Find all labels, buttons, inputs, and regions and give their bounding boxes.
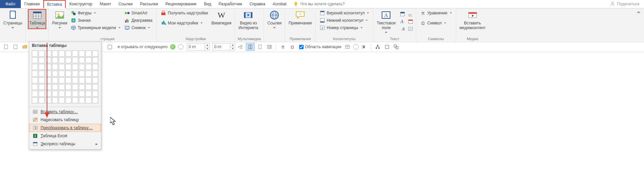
grid-cell[interactable] <box>72 64 78 70</box>
grid-cell[interactable] <box>72 71 78 77</box>
grid-cell[interactable] <box>92 51 98 57</box>
grid-cell[interactable] <box>79 77 85 83</box>
grid-cell[interactable] <box>45 71 51 77</box>
menu-excel-table[interactable]: X Таблица Excel <box>29 132 101 140</box>
grid-cell[interactable] <box>45 51 51 57</box>
chart-button[interactable]: Диаграмма <box>122 17 154 24</box>
grid-cell[interactable] <box>39 71 45 77</box>
grid-cell[interactable] <box>65 77 71 83</box>
grid-cell[interactable] <box>72 77 78 83</box>
grid-cell[interactable] <box>32 71 38 77</box>
grid-cell[interactable] <box>65 64 71 70</box>
dropcap-button[interactable]: A <box>398 25 407 32</box>
grid-cell[interactable] <box>65 91 71 97</box>
qat-wrap-button[interactable] <box>360 43 368 51</box>
grid-cell[interactable] <box>52 57 58 63</box>
quickparts-button[interactable] <box>398 10 407 18</box>
grid-cell[interactable] <box>45 91 51 97</box>
navigation-pane-input[interactable] <box>299 45 304 49</box>
embed-button[interactable]: Вставить медиаконтент <box>458 9 487 30</box>
tab-acrobat[interactable]: Acrobat <box>269 0 290 8</box>
grid-cell[interactable] <box>79 51 85 57</box>
grid-cell[interactable] <box>59 71 65 77</box>
tab-help[interactable]: Справка <box>246 0 269 8</box>
grid-cell[interactable] <box>59 57 65 63</box>
table-button[interactable]: Таблица <box>28 9 46 29</box>
pictures-button[interactable]: Рисунки <box>51 9 68 28</box>
grid-cell[interactable] <box>79 97 85 103</box>
pagenumber-button[interactable]: # Номер страницы <box>318 24 371 31</box>
3dmodels-button[interactable]: Трехмерные модели <box>69 24 122 31</box>
qat-circle-button[interactable] <box>353 44 359 50</box>
online-video-button[interactable]: Видео из Интернета <box>237 9 260 30</box>
qat-new2-button[interactable] <box>11 43 19 51</box>
qat-shape-button[interactable] <box>383 43 391 51</box>
navigation-pane-checkbox[interactable]: Область навигации <box>298 45 342 49</box>
grid-cell[interactable] <box>79 91 85 97</box>
grid-cell[interactable] <box>79 71 85 77</box>
grid-cell[interactable] <box>72 84 78 90</box>
spacing-after-spinner[interactable]: ▲▼ <box>212 43 235 51</box>
keep-with-next-input[interactable] <box>108 45 112 49</box>
collapse-ribbon-button[interactable] <box>636 10 641 15</box>
share-button[interactable]: Поделиться <box>605 0 644 8</box>
grid-cell[interactable] <box>39 97 45 103</box>
grid-cell[interactable] <box>32 57 38 63</box>
grid-cell[interactable] <box>65 97 71 103</box>
grid-cell[interactable] <box>86 64 92 70</box>
links-button[interactable]: Ссылки <box>266 9 283 28</box>
spin-down[interactable]: ▼ <box>230 47 235 51</box>
grid-cell[interactable] <box>92 57 98 63</box>
tab-review[interactable]: Рецензирование <box>162 0 200 8</box>
grid-cell[interactable] <box>45 77 51 83</box>
tab-insert[interactable]: Вставка <box>43 0 66 8</box>
qat-equation-button[interactable]: π <box>279 43 287 51</box>
grid-cell[interactable] <box>52 91 58 97</box>
qat-org-button[interactable] <box>374 43 382 51</box>
icons-button[interactable]: ✶ Значки <box>69 17 122 24</box>
qat-table-button[interactable] <box>344 43 352 51</box>
grid-cell[interactable] <box>39 57 45 63</box>
grid-cell[interactable] <box>92 71 98 77</box>
my-addins-button[interactable]: Мои надстройки <box>159 20 210 26</box>
grid-cell[interactable] <box>52 71 58 77</box>
grid-cell[interactable] <box>86 91 92 97</box>
keep-with-next-checkbox[interactable]: Не отрывать от следующего <box>106 45 169 49</box>
grid-cell[interactable] <box>79 57 85 63</box>
tab-file[interactable]: Файл <box>0 0 21 8</box>
grid-cell[interactable] <box>52 84 58 90</box>
grid-cell[interactable] <box>86 97 92 103</box>
grid-cell[interactable] <box>86 71 92 77</box>
grid-cell[interactable] <box>52 97 58 103</box>
grid-cell[interactable] <box>32 51 38 57</box>
grid-cell[interactable] <box>59 64 65 70</box>
grid-cell[interactable] <box>86 51 92 57</box>
grid-cell[interactable] <box>45 57 51 63</box>
grid-cell[interactable] <box>72 97 78 103</box>
grid-cell[interactable] <box>39 77 45 83</box>
qat-zoom-button[interactable] <box>256 43 264 51</box>
grid-cell[interactable] <box>86 57 92 63</box>
grid-cell[interactable] <box>39 84 45 90</box>
menu-draw-table[interactable]: Нарисовать таблицу <box>29 116 101 124</box>
comment-button[interactable]: + Примечание <box>287 9 313 26</box>
tab-layout[interactable]: Макет <box>96 0 115 8</box>
qat-multipage-button[interactable] <box>265 43 273 51</box>
spacing-after-input[interactable] <box>213 44 230 50</box>
tab-references[interactable]: Ссылки <box>115 0 136 8</box>
grid-cell[interactable] <box>72 57 78 63</box>
grid-cell[interactable] <box>92 97 98 103</box>
grid-cell[interactable] <box>79 64 85 70</box>
textbox-button[interactable]: A Текстовое поле <box>375 9 397 33</box>
grid-cell[interactable] <box>65 51 71 57</box>
spin-up[interactable]: ▲ <box>230 44 235 47</box>
spacing-before-input[interactable] <box>187 44 205 50</box>
grid-cell[interactable] <box>45 97 51 103</box>
wordart-button[interactable]: A <box>398 18 407 25</box>
header-button[interactable]: Верхний колонтитул <box>318 10 371 16</box>
get-addins-button[interactable]: Получить надстройки <box>159 10 210 16</box>
qat-new-button[interactable] <box>2 43 10 51</box>
qat-accept-button[interactable] <box>170 44 175 50</box>
screenshot-button[interactable]: Снимок <box>122 24 154 31</box>
footer-button[interactable]: Нижний колонтитул <box>318 17 371 24</box>
